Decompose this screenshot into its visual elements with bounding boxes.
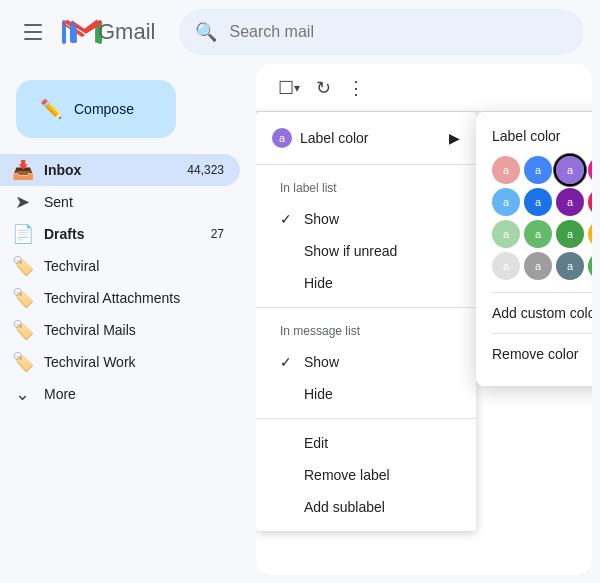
mail-content: ☐ ▾ ↻ ⋮ [256, 64, 592, 575]
color-swatch-6[interactable]: a [492, 188, 520, 216]
sent-icon: ➤ [12, 191, 32, 213]
color-swatch-19[interactable]: a [524, 252, 552, 280]
color-swatch-3[interactable]: a [588, 156, 592, 184]
svg-rect-6 [70, 23, 77, 25]
color-swatch-21[interactable]: a [588, 252, 592, 280]
refresh-icon: ↻ [316, 77, 331, 99]
color-swatch-18[interactable]: a [492, 252, 520, 280]
popup-title: Label color [492, 128, 592, 144]
color-swatch-9[interactable]: a [588, 188, 592, 216]
drafts-icon: 📄 [12, 223, 32, 245]
sidebar-item-label: Techviral Attachments [44, 290, 224, 306]
color-swatch-20[interactable]: a [556, 252, 584, 280]
divider [256, 164, 476, 165]
add-custom-color[interactable]: Add custom color [492, 297, 592, 329]
sidebar-item-sent[interactable]: ➤ Sent [0, 186, 240, 218]
vertical-dots-icon: ⋮ [347, 77, 365, 99]
main-layout: ✏️ Compose 📥 Inbox 44,323 ➤ Sent 📄 Draft… [0, 64, 600, 583]
gmail-wordmark: Gmail [98, 19, 155, 45]
sidebar-item-techviral-mails[interactable]: 🏷️ Techviral Mails [0, 314, 240, 346]
label-color-text: Label color [300, 130, 369, 146]
chevron-down-icon: ⌄ [12, 383, 32, 405]
checkmark-icon: ✓ [280, 354, 296, 370]
inbox-icon: 📥 [12, 159, 32, 181]
menu-item-label: Remove label [304, 467, 390, 483]
menu-item-label: Show [304, 211, 339, 227]
color-swatch-15[interactable]: a [588, 220, 592, 248]
label-color-popup: Label color aaaaaaaaaaaaaaaaaaaaaaaa Add… [476, 112, 592, 386]
menu-item-label: Hide [304, 386, 333, 402]
compose-label: Compose [74, 101, 134, 117]
sidebar-item-techviral-attachments[interactable]: 🏷️ Techviral Attachments [0, 282, 240, 314]
menu-item-label: Show if unread [304, 243, 397, 259]
checkmark-icon: ✓ [280, 211, 296, 227]
in-label-list-header: In label list [256, 173, 476, 203]
sidebar-item-drafts[interactable]: 📄 Drafts 27 [0, 218, 240, 250]
sidebar-item-label: Techviral Work [44, 354, 224, 370]
sidebar-item-more[interactable]: ⌄ More [0, 378, 240, 410]
divider [492, 333, 592, 334]
label-icon: 🏷️ [12, 255, 32, 277]
label-icon: 🏷️ [12, 319, 32, 341]
sidebar-item-label: More [44, 386, 224, 402]
refresh-button[interactable]: ↻ [310, 71, 337, 105]
label-color-swatch: a [272, 128, 292, 148]
color-swatch-2[interactable]: a [556, 156, 584, 184]
toolbar: ☐ ▾ ↻ ⋮ [256, 64, 592, 112]
sidebar-item-label: Drafts [44, 226, 199, 242]
search-input[interactable] [229, 23, 568, 41]
chevron-down-icon: ▾ [294, 81, 300, 95]
menu-item-hide2[interactable]: Hide [256, 378, 476, 410]
inbox-count: 44,323 [187, 163, 224, 177]
compose-button[interactable]: ✏️ Compose [16, 80, 176, 138]
color-swatch-8[interactable]: a [556, 188, 584, 216]
menu-item-show-if-unread[interactable]: Show if unread [256, 235, 476, 267]
label-icon: 🏷️ [12, 351, 32, 373]
menu-item-label: Show [304, 354, 339, 370]
sidebar: ✏️ Compose 📥 Inbox 44,323 ➤ Sent 📄 Draft… [0, 64, 256, 583]
color-swatch-0[interactable]: a [492, 156, 520, 184]
compose-icon: ✏️ [40, 98, 62, 120]
color-swatch-13[interactable]: a [524, 220, 552, 248]
menu-item-label: Add sublabel [304, 499, 385, 515]
divider [492, 292, 592, 293]
menu-item-add-sublabel[interactable]: Add sublabel [256, 491, 476, 523]
submenu-arrow-icon: ▶ [449, 130, 460, 146]
checkbox-icon: ☐ [278, 77, 294, 99]
label-icon: 🏷️ [12, 287, 32, 309]
color-swatch-12[interactable]: a [492, 220, 520, 248]
search-bar: 🔍 [179, 9, 584, 55]
color-swatch-1[interactable]: a [524, 156, 552, 184]
sidebar-item-techviral-work[interactable]: 🏷️ Techviral Work [0, 346, 240, 378]
menu-item-show[interactable]: ✓ Show [256, 203, 476, 235]
gmail-logo [62, 17, 102, 47]
menu-item-label: Edit [304, 435, 328, 451]
menu-item-remove-label[interactable]: Remove label [256, 459, 476, 491]
label-color-menu-item[interactable]: a Label color ▶ [256, 120, 476, 156]
sidebar-item-label: Sent [44, 194, 224, 210]
hamburger-menu[interactable] [16, 16, 50, 48]
remove-color[interactable]: Remove color [492, 338, 592, 370]
menu-item-label: Hide [304, 275, 333, 291]
drafts-count: 27 [211, 227, 224, 241]
sidebar-item-label: Inbox [44, 162, 175, 178]
divider [256, 307, 476, 308]
sidebar-item-inbox[interactable]: 📥 Inbox 44,323 [0, 154, 240, 186]
in-message-list-header: In message list [256, 316, 476, 346]
color-swatch-14[interactable]: a [556, 220, 584, 248]
menu-item-show2[interactable]: ✓ Show [256, 346, 476, 378]
sidebar-item-techviral[interactable]: 🏷️ Techviral [0, 250, 240, 282]
more-options-button[interactable]: ⋮ [341, 71, 371, 105]
menu-item-hide[interactable]: Hide [256, 267, 476, 299]
select-all-button[interactable]: ☐ ▾ [272, 71, 306, 105]
header: Gmail 🔍 [0, 0, 600, 64]
sidebar-item-label: Techviral Mails [44, 322, 224, 338]
menu-item-edit[interactable]: Edit [256, 427, 476, 459]
color-grid: aaaaaaaaaaaaaaaaaaaaaaaa [492, 156, 592, 280]
color-swatch-7[interactable]: a [524, 188, 552, 216]
sidebar-item-label: Techviral [44, 258, 224, 274]
search-icon: 🔍 [195, 21, 217, 43]
divider [256, 418, 476, 419]
context-menu: a Label color ▶ In label list ✓ Show Sho… [256, 112, 476, 531]
